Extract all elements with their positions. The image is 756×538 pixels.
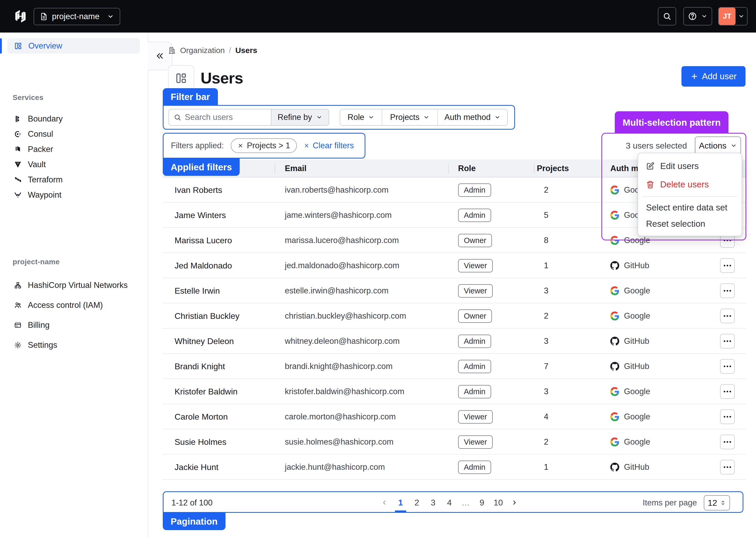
sidebar-item-waypoint[interactable]: Waypoint [7,188,140,203]
google-icon [610,186,619,194]
hashicorp-logo-icon [14,10,27,23]
ellipsis-icon [724,265,725,266]
sidebar-item-vault[interactable]: Vault [7,157,140,172]
row-overflow-button[interactable] [720,409,735,424]
sidebar: Overview Services Boundary Consul Packer… [0,32,148,538]
actions-dropdown-button[interactable]: Actions [695,136,741,155]
terraform-icon [14,176,22,184]
sidebar-item-terraform[interactable]: Terraform [7,172,140,188]
row-overflow-button[interactable] [720,460,735,474]
page-button-9[interactable]: 9 [475,495,489,510]
role-cell: Viewer [458,404,493,429]
sidebar-item-label: Packer [28,144,53,154]
user-email: carole.morton@hashicorp.com [285,404,396,429]
auth-method-filter-dropdown[interactable]: Auth method [437,109,507,125]
auth-method-label: GitHub [624,362,649,371]
user-email: kristofer.baldwin@hashicorp.com [285,379,404,404]
role-filter-dropdown[interactable]: Role [340,109,382,125]
search-input[interactable] [185,113,264,122]
file-text-icon [40,13,48,21]
projects-filter-label: Projects [390,113,419,122]
sidebar-item-settings[interactable]: Settings [7,338,140,353]
menu-item-delete-users[interactable]: Delete users [638,175,741,194]
global-search-button[interactable] [658,7,676,26]
account-menu-button[interactable]: JT [718,7,748,26]
pagination-ellipsis: … [459,495,472,510]
building-icon [168,46,176,54]
sidebar-item-label: Overview [28,41,62,51]
page-button-10[interactable]: 10 [491,495,505,510]
sidebar-item-access-control[interactable]: Access control (IAM) [7,297,140,313]
projects-count: 4 [544,404,548,429]
menu-item-reset-selection[interactable]: Reset selection [638,216,741,232]
items-per-page-select[interactable]: 12 [704,495,730,511]
breadcrumb-organization[interactable]: Organization [180,46,225,55]
role-badge: Admin [458,385,491,399]
items-per-page: Items per page 12 [643,492,730,513]
role-cell: Owner [458,303,492,329]
projects-count: 2 [544,429,548,455]
menu-item-select-entire-data-set[interactable]: Select entire data set [638,199,741,216]
help-menu-button[interactable] [683,7,712,26]
sidebar-item-overview[interactable]: Overview [7,38,140,54]
page-button-4[interactable]: 4 [443,495,456,510]
projects-count: 2 [544,178,548,203]
auth-method-label: Google [624,412,650,421]
sidebar-item-billing[interactable]: Billing [7,318,140,333]
ellipsis-icon [724,466,725,468]
role-cell: Admin [458,455,491,480]
user-name: Brandi Knight [175,354,225,379]
ellipsis-icon [724,441,725,443]
sidebar-item-boundary[interactable]: Boundary [7,111,140,127]
row-overflow-button[interactable] [720,384,735,399]
role-cell: Viewer [458,253,493,278]
chevron-down-icon [368,114,374,121]
chevrons-left-icon [155,51,164,60]
row-overflow-button[interactable] [720,258,735,273]
user-email: brandi.knight@hashicorp.com [285,354,393,379]
role-cell: Viewer [458,278,493,303]
search-icon [174,114,181,121]
credit-card-icon [14,321,22,329]
ellipsis-icon [724,240,725,241]
page-button-1[interactable]: 1 [394,495,407,510]
table-row: Whitney Deleonwhitney.deleon@hashicorp.c… [163,329,746,354]
ellipsis-icon [724,391,725,392]
page-button-2[interactable]: 2 [410,495,424,510]
user-name: Estelle Irwin [175,278,220,303]
page-button-3[interactable]: 3 [426,495,440,510]
sidebar-item-virtual-networks[interactable]: HashiCorp Virtual Networks [7,278,140,293]
plus-icon [690,73,698,80]
search-icon [663,12,671,21]
gear-icon [14,342,22,349]
role-badge: Owner [458,234,492,247]
row-overflow-button[interactable] [720,359,735,374]
project-switcher[interactable]: project-name [33,8,120,25]
previous-page-button[interactable] [377,495,391,510]
grid-icon [175,72,187,84]
projects-filter-dropdown[interactable]: Projects [382,109,437,125]
user-name: Jackie Hunt [175,455,218,480]
pencil-icon [646,162,654,170]
menu-item-edit-users[interactable]: Edit users [638,157,741,175]
refine-by-dropdown[interactable]: Refine by [271,109,329,126]
sidebar-section-project: project-name [13,258,60,266]
row-overflow-button[interactable] [720,435,735,449]
next-page-button[interactable] [508,495,521,510]
user-email: susie.holmes@hashicorp.com [285,429,394,455]
clear-filters-button[interactable]: Clear filters [304,141,354,150]
add-user-button[interactable]: Add user [681,66,745,86]
breadcrumb-separator: / [229,46,231,55]
sidebar-item-packer[interactable]: Packer [7,142,140,157]
sidebar-item-consul[interactable]: Consul [7,127,140,142]
row-overflow-button[interactable] [720,284,735,298]
row-overflow-button[interactable] [720,309,735,323]
sidebar-item-label: HashiCorp Virtual Networks [28,281,128,290]
filters-applied-label: Filters applied: [171,141,224,150]
users-icon [14,301,22,309]
filter-dropdown-group: Role Projects Auth method [340,109,508,126]
row-overflow-button[interactable] [720,334,735,349]
actions-menu: Edit users Delete users Select entire da… [638,153,742,236]
google-icon [610,412,619,421]
filter-chip[interactable]: Projects > 1 [231,138,297,153]
